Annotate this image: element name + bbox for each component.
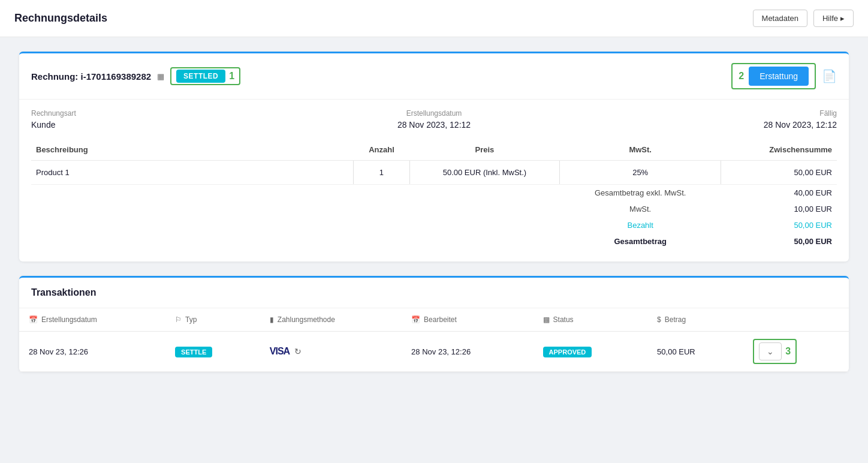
td-betrag: 50,00 EUR [647, 332, 743, 372]
totals-row-exkl: Gesamtbetrag exkl. MwSt. 40,00 EUR [31, 185, 837, 202]
transactions-card: Transaktionen 📅 Erstellungsdatum ⚐ Typ [19, 276, 849, 372]
cell-zwischensumme: 50,00 EUR [721, 161, 837, 185]
faellig-value: 28 Nov 2023, 12:12 [568, 120, 837, 130]
card-icon: ▮ [270, 315, 274, 324]
faellig-label: Fällig [568, 109, 837, 118]
transaction-row: 28 Nov 23, 12:26 SETTLE VISA ↻ 28 Nov 23… [19, 332, 849, 372]
col-beschreibung: Beschreibung [31, 139, 354, 161]
transactions-title: Transaktionen [19, 278, 849, 308]
erstellungsdatum-value: 28 Nov 2023, 12:12 [300, 120, 568, 130]
refresh-icon: ↻ [294, 347, 302, 356]
th-bearbeitet: 📅 Bearbeitet [402, 308, 533, 332]
cell-preis: 50.00 EUR (Inkl. MwSt.) [409, 161, 559, 185]
td-typ: SETTLE [165, 332, 260, 372]
chart-icon: ▩ [543, 315, 550, 324]
th-status: ▩ Status [534, 308, 648, 332]
mwst-totals-label: MwSt. [559, 201, 721, 217]
annotation-3: 3 [785, 346, 791, 357]
items-table: Beschreibung Anzahl Preis MwSt. Zwischen… [31, 139, 837, 249]
gesamtbetrag-label: Gesamtbetrag [559, 233, 721, 249]
td-zahlungsmethode: VISA ↻ [260, 332, 402, 372]
table-row: Product 1 1 50.00 EUR (Inkl. MwSt.) 25% … [31, 161, 837, 185]
cell-beschreibung: Product 1 [31, 161, 354, 185]
page-content: Rechnung: i-1701169389282 ▦ SETTLED 1 2 … [0, 37, 868, 386]
mwst-totals-value: 10,00 EUR [721, 201, 837, 217]
top-bar-actions: Metadaten Hilfe ▸ [753, 10, 854, 27]
payment-method-cell: VISA ↻ [270, 346, 392, 357]
gesamtbetrag-exkl-label: Gesamtbetrag exkl. MwSt. [559, 185, 721, 202]
erstatten-button[interactable]: Erstattung [749, 67, 809, 86]
erstellungsdatum-label: Erstellungsdatum [300, 109, 568, 118]
col-preis: Preis [409, 139, 559, 161]
annotation-1: 1 [229, 71, 234, 82]
gesamtbetrag-exkl-value: 40,00 EUR [721, 185, 837, 202]
faellig-item: Fällig 28 Nov 2023, 12:12 [568, 109, 837, 130]
td-erstellungsdatum: 28 Nov 23, 12:26 [19, 332, 165, 372]
top-bar: Rechnungsdetails Metadaten Hilfe ▸ [0, 0, 868, 37]
gesamtbetrag-value: 50,00 EUR [721, 233, 837, 249]
invoice-id-row: Rechnung: i-1701169389282 ▦ SETTLED 1 [31, 67, 240, 85]
col-mwst: MwSt. [559, 139, 721, 161]
td-expand: ⌄ 3 [743, 332, 849, 372]
td-status: APPROVED [534, 332, 648, 372]
totals-row-bezahlt: Bezahlt 50,00 EUR [31, 217, 837, 233]
items-table-header-row: Beschreibung Anzahl Preis MwSt. Zwischen… [31, 139, 837, 161]
status-badge-settled: SETTLED [176, 70, 225, 83]
th-typ: ⚐ Typ [165, 308, 260, 332]
rechnungsart-item: Rechnungsart Kunde [31, 109, 300, 130]
annotation-2: 2 [739, 71, 744, 82]
cell-mwst: 25% [559, 161, 721, 185]
rechnungsart-value: Kunde [31, 120, 300, 130]
totals-row-gesamt: Gesamtbetrag 50,00 EUR [31, 233, 837, 249]
status-badge-approved: APPROVED [543, 347, 592, 357]
invoice-id: Rechnung: i-1701169389282 [31, 71, 151, 82]
tag-icon: ⚐ [175, 315, 182, 324]
expand-button[interactable]: ⌄ [759, 342, 782, 360]
dollar-icon: $ [657, 315, 661, 324]
hilfe-button[interactable]: Hilfe ▸ [813, 10, 854, 27]
th-zahlungsmethode: ▮ Zahlungsmethode [260, 308, 402, 332]
metadaten-button[interactable]: Metadaten [753, 10, 807, 27]
transactions-header-row: 📅 Erstellungsdatum ⚐ Typ ▮ Zahlun [19, 308, 849, 332]
chevron-right-icon: ▸ [840, 14, 845, 23]
invoice-meta-row: Rechnungsart Kunde Erstellungsdatum 28 N… [19, 100, 849, 139]
annotation-3-box: ⌄ 3 [753, 339, 797, 364]
invoice-card-header: Rechnung: i-1701169389282 ▦ SETTLED 1 2 … [19, 53, 849, 100]
th-erstellungsdatum: 📅 Erstellungsdatum [19, 308, 165, 332]
th-expand [743, 308, 849, 332]
settled-badge-container: SETTLED 1 [170, 67, 240, 85]
typ-badge: SETTLE [175, 347, 212, 357]
col-anzahl: Anzahl [354, 139, 410, 161]
td-bearbeitet: 28 Nov 23, 12:26 [402, 332, 533, 372]
th-betrag: $ Betrag [647, 308, 743, 332]
erstellungsdatum-item: Erstellungsdatum 28 Nov 2023, 12:12 [300, 109, 568, 130]
header-right: 2 Erstattung 📄 [731, 63, 837, 89]
bezahlt-value: 50,00 EUR [721, 217, 837, 233]
visa-logo: VISA [270, 346, 290, 357]
invoice-card: Rechnung: i-1701169389282 ▦ SETTLED 1 2 … [19, 52, 849, 261]
col-zwischensumme: Zwischensumme [721, 139, 837, 161]
download-icon[interactable]: 📄 [822, 69, 837, 83]
annotation-2-box: 2 Erstattung [731, 63, 816, 89]
page-title: Rechnungsdetails [14, 12, 107, 25]
items-section: Beschreibung Anzahl Preis MwSt. Zwischen… [19, 139, 849, 261]
rechnungsart-label: Rechnungsart [31, 109, 300, 118]
bezahlt-label: Bezahlt [559, 217, 721, 233]
transactions-table: 📅 Erstellungsdatum ⚐ Typ ▮ Zahlun [19, 308, 849, 372]
cell-anzahl: 1 [354, 161, 410, 185]
calendar-icon: 📅 [29, 315, 38, 324]
calendar2-icon: 📅 [411, 315, 420, 324]
copy-icon[interactable]: ▦ [157, 72, 164, 81]
totals-row-mwst: MwSt. 10,00 EUR [31, 201, 837, 217]
